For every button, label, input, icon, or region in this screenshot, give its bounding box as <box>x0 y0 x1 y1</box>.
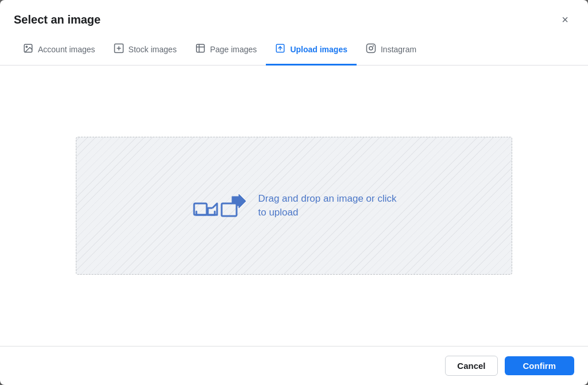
upload-text-line2: to upload <box>258 206 397 220</box>
modal-overlay: Select an image × Account images Stock i… <box>0 0 588 385</box>
upload-arrow-icon <box>192 192 219 220</box>
svg-point-12 <box>373 46 374 47</box>
tab-page-images[interactable]: Page images <box>186 35 266 66</box>
modal-body: Drag and drop an image or click to uploa… <box>0 66 588 346</box>
tab-account-images[interactable]: Account images <box>14 35 105 66</box>
stock-images-icon <box>114 43 124 56</box>
close-button[interactable]: × <box>556 10 574 29</box>
instagram-icon <box>366 43 376 56</box>
modal-dialog: Select an image × Account images Stock i… <box>0 0 588 385</box>
tab-instagram-label: Instagram <box>381 45 416 54</box>
tab-account-images-label: Account images <box>38 45 95 54</box>
tab-page-images-label: Page images <box>210 45 257 54</box>
cancel-button[interactable]: Cancel <box>445 356 497 376</box>
tab-upload-images-label: Upload images <box>290 45 347 54</box>
svg-point-11 <box>369 47 373 50</box>
modal-title: Select an image <box>14 13 100 26</box>
svg-rect-10 <box>366 44 375 53</box>
confirm-button[interactable]: Confirm <box>505 356 575 375</box>
svg-rect-5 <box>196 44 204 52</box>
upload-icon-wrap <box>192 191 249 221</box>
modal-header: Select an image × <box>0 0 588 29</box>
account-images-icon <box>23 43 33 56</box>
tab-instagram[interactable]: Instagram <box>357 35 425 66</box>
tab-stock-images[interactable]: Stock images <box>105 35 186 66</box>
upload-dropzone[interactable]: Drag and drop an image or click to uploa… <box>76 137 512 275</box>
upload-images-icon <box>275 43 285 56</box>
upload-text: Drag and drop an image or click to uploa… <box>258 192 397 220</box>
upload-share-icon <box>219 191 249 221</box>
modal-footer: Cancel Confirm <box>0 346 588 385</box>
svg-point-1 <box>26 46 27 47</box>
page-images-icon <box>195 43 206 56</box>
upload-text-line1: Drag and drop an image or click <box>258 192 397 206</box>
tab-bar: Account images Stock images Page images … <box>0 34 588 66</box>
svg-rect-14 <box>222 203 237 216</box>
tab-upload-images[interactable]: Upload images <box>266 35 357 66</box>
tab-stock-images-label: Stock images <box>129 45 177 54</box>
